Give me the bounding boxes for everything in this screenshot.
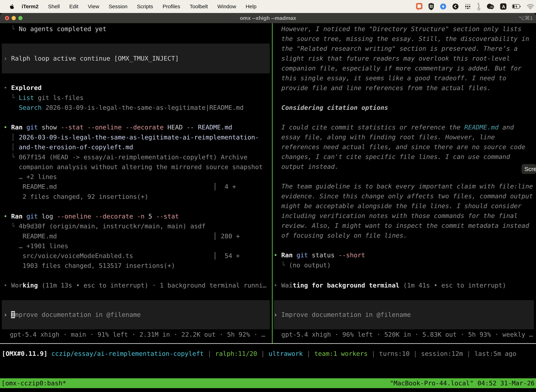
text-segment: ralph:11/20	[215, 350, 257, 357]
menu-item-window[interactable]: Window	[213, 4, 241, 9]
text-segment: |	[368, 350, 379, 357]
screen-share-icon[interactable]	[416, 2, 423, 11]
dots-grid-icon[interactable]	[464, 3, 471, 10]
text-segment	[48, 350, 51, 357]
hook-icon[interactable]	[477, 2, 481, 10]
text-segment: [OMX#0.11.9]	[2, 350, 48, 357]
text-segment: |	[257, 350, 268, 357]
omx-status-bar: [OMX#0.11.9] cczip/essay/ai-reimplementa…	[0, 0, 536, 392]
grid-shield-icon[interactable]	[428, 3, 434, 10]
svg-text:A: A	[502, 4, 505, 9]
menu-item-edit[interactable]: Edit	[65, 4, 83, 9]
menu-item-session[interactable]: Session	[104, 4, 132, 9]
omx-status-line: [OMX#0.11.9] cczip/essay/ai-reimplementa…	[2, 349, 516, 359]
back-circle-icon[interactable]	[452, 3, 459, 10]
screen-overlay-tab[interactable]: Scre	[522, 164, 536, 174]
tmux-host-clock: "MacBook-Pro-44.local" 04:52 31-Mar-26	[390, 378, 535, 388]
menu-item-shell[interactable]: Shell	[43, 4, 65, 9]
window-title: omx --xhigh --madmax	[0, 13, 536, 23]
window-title-bar: omx --xhigh --madmax ⌥⌘1	[0, 13, 536, 23]
tmux-status-bar: [omx-cczip0:bash* "MacBook-Pro-44.local"…	[0, 378, 536, 388]
wifi-icon[interactable]	[526, 4, 534, 9]
battery-charging-icon[interactable]	[512, 4, 521, 9]
macos-menu-bar: iTerm2 Shell Edit View Session Scripts P…	[0, 0, 536, 13]
text-segment: |	[303, 350, 314, 357]
menu-item-toolbelt[interactable]: Toolbelt	[185, 4, 213, 9]
text-segment: |	[463, 350, 474, 357]
tmux-session-label: [omx-cczip0:bash*	[1, 378, 66, 388]
text-segment: cczip/essay/ai-reimplementation-copyleft	[51, 350, 204, 357]
input-source-icon[interactable]: A	[500, 3, 507, 10]
text-segment: turns:10	[379, 350, 410, 357]
text-segment: team:1 workers	[314, 350, 368, 357]
menu-item-iterm2[interactable]: iTerm2	[17, 4, 43, 9]
spark-badge-icon[interactable]	[440, 3, 447, 10]
menu-item-profiles[interactable]: Profiles	[158, 4, 185, 9]
menu-item-help[interactable]: Help	[241, 4, 261, 9]
menu-bar-status-icons: ..61 A	[416, 0, 534, 13]
text-segment: |	[410, 350, 421, 357]
window-shortcut-hint: ⌥⌘1	[519, 13, 533, 23]
text-segment: ultrawork	[268, 350, 303, 357]
badge-61-icon[interactable]: ..61	[486, 3, 494, 10]
menu-item-view[interactable]: View	[83, 4, 104, 9]
text-segment: last:5m ago	[474, 350, 516, 357]
text-segment: |	[204, 350, 215, 357]
svg-text:..61: ..61	[489, 5, 494, 9]
menu-item-scripts[interactable]: Scripts	[132, 4, 158, 9]
apple-menu-icon[interactable]	[7, 4, 17, 9]
text-segment: session:12m	[421, 350, 463, 357]
